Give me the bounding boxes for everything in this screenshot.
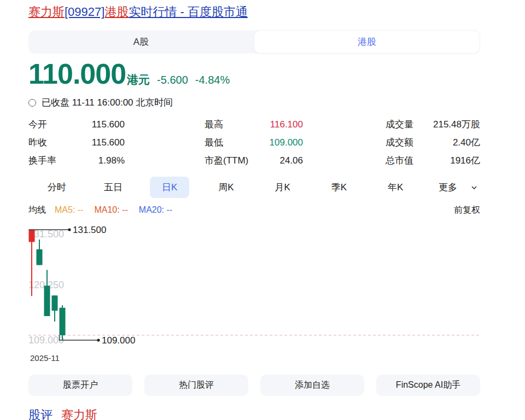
market-status-text: 已收盘 11-11 16:00:00 北京时间 (42, 96, 173, 109)
title-suffix: 实时行情 - 百度股市通 (129, 5, 248, 19)
quote-field-prev-close: 昨收 115.600 (28, 133, 125, 151)
tab-more[interactable]: 更多 (424, 177, 480, 198)
quote-field-volume: 成交量 215.48万股 (386, 115, 480, 133)
page-title-link[interactable]: 赛力斯[09927]港股实时行情 - 百度股市通 (28, 4, 248, 20)
stock-code: [09927] (65, 5, 104, 19)
quote-detail-grid: 今开 115.600 昨收 115.600 换手率 1.98% 最高 116.1… (28, 115, 480, 170)
tab-yearly-k[interactable]: 年K (368, 177, 424, 198)
price-row: 110.000 港元 -5.600 -4.84% (28, 57, 230, 91)
stock-comment-link[interactable]: 股评 (28, 408, 52, 420)
stock-quote-page: 赛力斯[09927]港股实时行情 - 百度股市通 A股 港股 110.000 港… (0, 0, 525, 420)
tab-minute[interactable]: 分时 (28, 177, 85, 198)
market-tab-bar: A股 港股 (28, 30, 480, 54)
quote-field-pe-ttm: 市盈(TTM) 24.06 (205, 151, 303, 170)
moving-average-legend: 均线 MA5: -- MA10: -- MA20: -- 前复权 (28, 204, 480, 216)
ma20-legend: MA20: -- (139, 205, 172, 215)
stock-name-link[interactable]: 赛力斯 (61, 408, 97, 420)
currency-label: 港元 (127, 72, 150, 88)
current-price: 110.000 (28, 57, 126, 91)
market-status: 已收盘 11-11 16:00:00 北京时间 (28, 96, 173, 109)
tab-monthly-k[interactable]: 月K (254, 177, 311, 198)
price-change: -5.600 (157, 74, 188, 86)
chart-x-axis-label: 2025-11 (30, 353, 60, 363)
quote-column-3: 成交量 215.48万股 成交额 2.40亿 总市值 1916亿 (386, 115, 480, 170)
quote-field-high: 最高 116.100 (205, 115, 303, 133)
quote-column-1: 今开 115.600 昨收 115.600 换手率 1.98% (28, 115, 125, 170)
chart-period-tab-bar: 分时 五日 日K 周K 月K 季K 年K 更多 (28, 177, 480, 197)
hot-comments-button[interactable]: 热门股评 (144, 375, 248, 396)
chevron-down-icon (471, 182, 477, 193)
finscope-ai-button[interactable]: FinScope AI助手 (376, 375, 480, 396)
ma10-legend: MA10: -- (94, 205, 127, 215)
tab-weekly-k[interactable]: 周K (198, 177, 254, 198)
quote-field-low: 最低 109.000 (205, 133, 303, 151)
quote-field-turnover-rate: 换手率 1.98% (28, 151, 125, 170)
ma5-legend: MA5: -- (55, 205, 83, 215)
footer-action-bar: 股票开户 热门股评 添加自选 FinScope AI助手 (28, 375, 480, 396)
svg-text:131.500: 131.500 (73, 225, 106, 235)
svg-text:109.000: 109.000 (102, 335, 135, 346)
adjust-mode-toggle[interactable]: 前复权 (454, 205, 480, 216)
open-account-button[interactable]: 股票开户 (28, 375, 132, 396)
quote-field-market-cap: 总市值 1916亿 (386, 151, 480, 170)
tab-daily-k[interactable]: 日K (142, 177, 198, 198)
svg-text:109.000: 109.000 (28, 335, 64, 346)
ma-legend-title: 均线 (28, 205, 46, 216)
market-name: 港股 (104, 5, 129, 19)
quote-field-open: 今开 115.600 (28, 115, 125, 133)
quote-column-2: 最高 116.100 最低 109.000 市盈(TTM) 24.06 (205, 115, 303, 170)
tab-hk-share[interactable]: 港股 (254, 30, 480, 54)
tab-five-day[interactable]: 五日 (85, 177, 141, 198)
tab-quarterly-k[interactable]: 季K (311, 177, 367, 198)
price-change-percent: -4.84% (195, 74, 230, 86)
market-closed-icon (28, 99, 36, 107)
stock-name: 赛力斯 (28, 5, 65, 19)
quote-field-amount: 成交额 2.40亿 (386, 133, 480, 151)
next-result-title: 股评赛力斯 (28, 407, 97, 420)
candlestick-chart[interactable]: 131.500120.250109.000131.500109.000 (28, 221, 480, 358)
add-watchlist-button[interactable]: 添加自选 (260, 375, 364, 396)
tab-a-share[interactable]: A股 (28, 30, 254, 54)
